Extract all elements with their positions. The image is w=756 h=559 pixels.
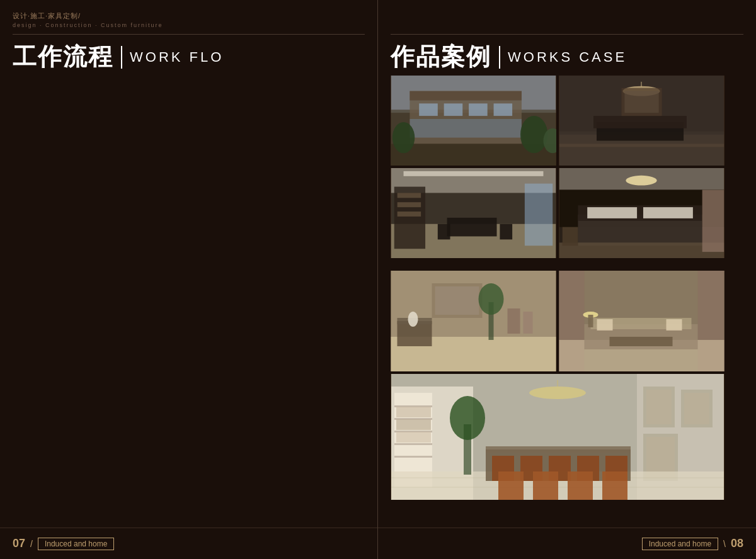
villa-image-2: [559, 76, 724, 166]
svg-rect-30: [398, 202, 421, 207]
svg-rect-56: [508, 308, 520, 334]
villa-image-4: [559, 168, 724, 258]
penthouse-image-grid: [391, 271, 724, 500]
villa-image-grid: [391, 76, 724, 258]
svg-rect-44: [559, 242, 724, 258]
svg-point-107: [450, 396, 485, 440]
left-main-title: 工作流程 WORK FLO: [13, 41, 224, 73]
svg-rect-101: [533, 471, 558, 500]
svg-rect-80: [396, 407, 431, 417]
svg-point-55: [479, 283, 504, 315]
left-page-num: 07: [13, 537, 25, 550]
svg-rect-23: [559, 144, 724, 147]
svg-rect-67: [597, 319, 613, 330]
right-title-chinese: 作品案例: [391, 41, 491, 73]
svg-point-12: [520, 116, 547, 153]
svg-rect-26: [404, 171, 544, 176]
left-title-chinese: 工作流程: [13, 41, 113, 73]
left-page-slash: /: [30, 539, 33, 549]
left-subtitle-chinese: 设计·施工·家具定制/: [13, 11, 377, 21]
svg-rect-32: [447, 218, 497, 237]
penthouse-image-2: [559, 271, 724, 371]
svg-rect-70: [588, 315, 593, 327]
left-top-bar: 设计·施工·家具定制/ design · Construction · Cust…: [13, 11, 377, 28]
svg-rect-78: [394, 443, 432, 445]
svg-rect-66: [610, 337, 673, 346]
svg-rect-29: [398, 193, 421, 198]
left-page-number-group: 07 / Induced and home: [13, 537, 114, 550]
svg-rect-18: [593, 116, 687, 128]
right-divider-line: [391, 34, 743, 35]
svg-point-38: [626, 176, 656, 186]
svg-rect-34: [500, 224, 512, 240]
left-divider-line: [13, 34, 365, 35]
left-panel: 设计·施工·家具定制/ design · Construction · Cust…: [0, 0, 378, 559]
right-footer: Induced and home \ 08: [378, 528, 756, 559]
left-footer: 07 / Induced and home: [0, 528, 377, 559]
svg-rect-7: [469, 103, 488, 116]
svg-rect-33: [438, 224, 450, 240]
svg-rect-42: [587, 207, 637, 218]
svg-rect-100: [498, 471, 524, 500]
svg-point-104: [529, 387, 586, 399]
svg-rect-43: [643, 207, 693, 218]
right-title-english: WORKS CASE: [508, 49, 627, 65]
left-subtitle-english: design · Construction · Custom furniture: [13, 22, 377, 28]
svg-rect-45: [702, 190, 724, 252]
svg-point-11: [392, 122, 415, 153]
svg-rect-57: [524, 312, 533, 334]
villa-image-1: [391, 76, 556, 166]
svg-rect-85: [646, 390, 672, 424]
right-page-number-group: Induced and home \ 08: [642, 537, 743, 550]
svg-point-58: [408, 312, 418, 327]
svg-rect-87: [684, 393, 709, 424]
svg-rect-102: [568, 471, 593, 500]
svg-rect-4: [410, 91, 522, 101]
penthouse-image-3: [391, 374, 724, 500]
left-title-english: WORK FLO: [130, 49, 224, 65]
right-title-divider: [499, 46, 500, 69]
svg-rect-81: [396, 419, 431, 430]
svg-rect-6: [444, 103, 463, 116]
svg-rect-46: [563, 227, 578, 246]
penthouse-image-1: [391, 271, 556, 371]
svg-rect-82: [396, 432, 431, 443]
svg-rect-79: [394, 456, 432, 458]
left-page-label: Induced and home: [38, 538, 114, 550]
penthouse-section: 复式楼 Penthouse floor: [391, 271, 756, 522]
right-page-num: 08: [731, 537, 743, 550]
right-main-title: 作品案例 WORKS CASE: [391, 41, 627, 73]
right-page-backslash: \: [723, 539, 726, 549]
svg-rect-94: [486, 446, 631, 453]
left-title-divider: [121, 46, 122, 69]
svg-rect-9: [410, 119, 522, 138]
right-panel: 作品案例 WORKS CASE: [378, 0, 756, 559]
svg-rect-35: [525, 184, 553, 246]
svg-rect-31: [398, 212, 421, 217]
svg-rect-103: [602, 471, 627, 500]
right-page-label: Induced and home: [642, 538, 718, 550]
svg-rect-5: [419, 103, 438, 116]
villa-image-3: [391, 168, 556, 258]
svg-rect-8: [494, 103, 513, 116]
svg-rect-51: [435, 286, 479, 315]
villa-section: 别墅 VILLA: [391, 76, 756, 258]
svg-rect-68: [667, 319, 682, 330]
svg-rect-22: [624, 91, 658, 113]
